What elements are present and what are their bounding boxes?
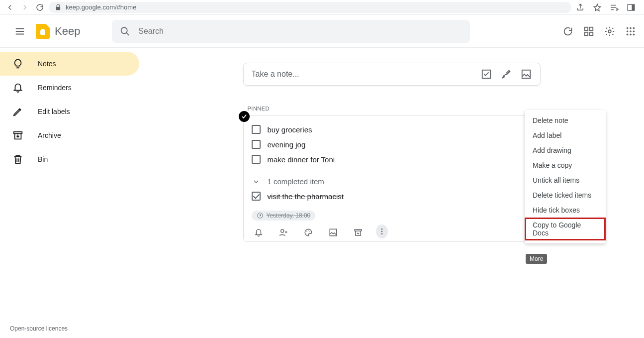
new-list-icon[interactable] xyxy=(480,68,492,80)
apps-icon[interactable] xyxy=(625,26,636,37)
svg-point-9 xyxy=(630,27,632,29)
completed-summary: 1 completed item xyxy=(268,177,324,186)
svg-point-15 xyxy=(630,33,632,35)
logo[interactable]: Keep xyxy=(36,24,80,39)
grid-view-icon[interactable] xyxy=(583,26,594,37)
item-text: visit the the pharmacist xyxy=(268,192,344,201)
share-icon[interactable] xyxy=(574,1,586,13)
svg-point-16 xyxy=(633,33,635,35)
clock-icon xyxy=(257,212,264,219)
item-text: make dinner for Toni xyxy=(268,155,335,164)
note-toolbar xyxy=(252,225,532,237)
checkbox-icon[interactable] xyxy=(252,125,261,134)
menu-hide-tick-boxes[interactable]: Hide tick boxes xyxy=(525,203,606,218)
svg-rect-5 xyxy=(585,32,588,35)
svg-point-2 xyxy=(121,27,127,33)
checkbox-checked-icon[interactable] xyxy=(252,192,261,201)
list-item[interactable]: evening jog xyxy=(252,137,532,152)
palette-icon[interactable] xyxy=(303,227,313,237)
svg-point-7 xyxy=(608,30,611,33)
menu-delete-ticked[interactable]: Delete ticked items xyxy=(525,188,606,203)
svg-point-10 xyxy=(633,27,635,29)
sidebar-item-bin[interactable]: Bin xyxy=(0,147,139,171)
checkbox-icon[interactable] xyxy=(252,140,261,149)
search-icon xyxy=(120,26,130,37)
svg-point-24 xyxy=(309,231,310,232)
svg-point-23 xyxy=(308,230,309,231)
more-button[interactable] xyxy=(378,227,388,237)
svg-point-8 xyxy=(627,27,629,29)
svg-rect-4 xyxy=(590,27,593,30)
menu-copy-to-docs[interactable]: Copy to Google Docs xyxy=(525,218,606,240)
menu-delete-note[interactable]: Delete note xyxy=(525,113,606,128)
take-note-bar[interactable]: Take a note... xyxy=(243,63,541,86)
collaborator-icon[interactable] xyxy=(278,227,288,237)
archive-note-icon[interactable] xyxy=(353,227,363,237)
sidebar-item-edit-labels[interactable]: Edit labels xyxy=(0,100,139,123)
sidebar-item-label: Reminders xyxy=(38,84,72,92)
svg-point-22 xyxy=(306,231,307,232)
divider xyxy=(266,171,532,171)
forward-icon[interactable] xyxy=(19,1,31,13)
reminder-chip[interactable]: Yesterday, 18:00 xyxy=(252,211,316,221)
sidebar-item-archive[interactable]: Archive xyxy=(0,123,139,147)
chevron-down-icon xyxy=(252,178,261,186)
sidebar-item-label: Bin xyxy=(38,155,48,163)
take-note-placeholder: Take a note... xyxy=(252,70,299,79)
svg-point-28 xyxy=(381,231,382,232)
back-icon[interactable] xyxy=(4,1,16,13)
pencil-icon xyxy=(12,106,24,117)
add-image-icon[interactable] xyxy=(328,227,338,237)
remind-me-icon[interactable] xyxy=(254,227,264,237)
note-card[interactable]: buy groceries evening jog make dinner fo… xyxy=(243,115,541,242)
footer-licences-link[interactable]: Open-source licences xyxy=(10,325,68,332)
new-image-icon[interactable] xyxy=(520,68,532,80)
list-item-completed[interactable]: visit the the pharmacist xyxy=(252,189,532,204)
checkbox-icon[interactable] xyxy=(252,155,261,164)
menu-make-copy[interactable]: Make a copy xyxy=(525,158,606,173)
menu-untick-all[interactable]: Untick all items xyxy=(525,173,606,188)
sidebar-item-label: Edit labels xyxy=(38,108,70,115)
keep-logo-icon xyxy=(36,24,50,39)
svg-rect-6 xyxy=(590,32,593,35)
bulb-icon xyxy=(12,58,24,70)
svg-rect-1 xyxy=(632,4,635,10)
trash-icon xyxy=(12,153,24,165)
panel-icon[interactable] xyxy=(625,1,637,13)
playlist-icon[interactable] xyxy=(608,1,620,13)
bell-icon xyxy=(12,82,24,94)
star-icon[interactable] xyxy=(591,1,603,13)
svg-point-11 xyxy=(627,30,629,32)
sidebar-item-reminders[interactable]: Reminders xyxy=(0,76,139,100)
new-drawing-icon[interactable] xyxy=(500,68,512,80)
pinned-label: Pinned xyxy=(248,106,545,112)
chip-text: Yesterday, 18:00 xyxy=(267,212,311,219)
hamburger-icon[interactable] xyxy=(8,19,32,43)
browser-bar: keep.google.com/#home xyxy=(0,0,644,15)
svg-point-29 xyxy=(381,233,382,234)
svg-rect-17 xyxy=(14,132,22,134)
svg-rect-25 xyxy=(330,229,337,236)
completed-toggle[interactable]: 1 completed item xyxy=(252,174,532,189)
svg-rect-19 xyxy=(522,70,530,79)
sidebar-item-label: Notes xyxy=(38,60,56,68)
list-item[interactable]: make dinner for Toni xyxy=(252,152,532,167)
svg-rect-3 xyxy=(585,27,588,30)
url-bar[interactable]: keep.google.com/#home xyxy=(49,2,571,13)
archive-icon xyxy=(12,129,24,141)
sidebar-item-notes[interactable]: Notes xyxy=(0,52,139,76)
menu-add-drawing[interactable]: Add drawing xyxy=(525,143,606,158)
settings-icon[interactable] xyxy=(604,26,615,37)
list-item[interactable]: buy groceries xyxy=(252,122,532,137)
refresh-icon[interactable] xyxy=(562,26,573,37)
search-bar[interactable] xyxy=(112,20,470,43)
select-badge[interactable] xyxy=(239,111,250,122)
menu-add-label[interactable]: Add label xyxy=(525,128,606,143)
item-text: evening jog xyxy=(268,140,306,149)
search-input[interactable] xyxy=(138,27,462,36)
sidebar: Notes Reminders Edit labels Archive Bin xyxy=(0,48,139,338)
context-menu: Delete note Add label Add drawing Make a… xyxy=(525,110,606,243)
app-title: Keep xyxy=(55,25,80,38)
reload-icon[interactable] xyxy=(34,1,46,13)
more-tooltip: More xyxy=(526,254,547,264)
